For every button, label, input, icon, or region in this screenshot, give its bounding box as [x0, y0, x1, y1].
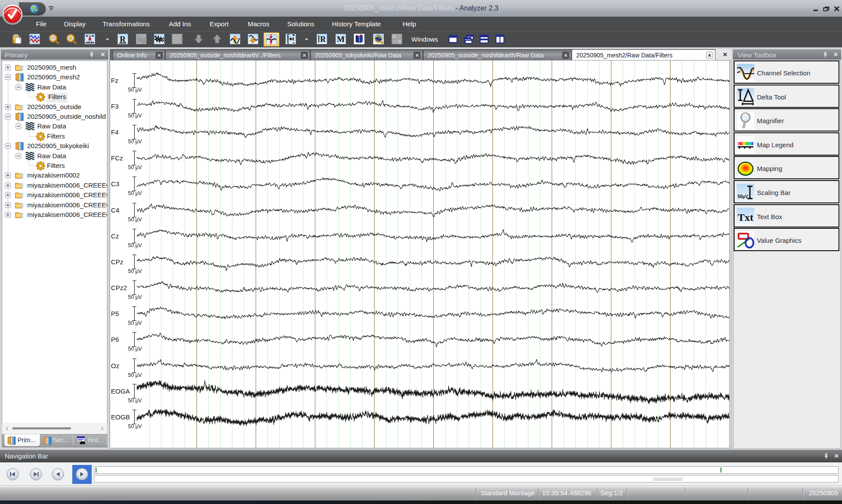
svg-text:Sg: Sg [137, 35, 146, 43]
svg-text:M: M [337, 35, 345, 44]
svg-text:50µV: 50µV [738, 194, 748, 199]
svg-text:R: R [320, 35, 326, 44]
svg-text:R: R [120, 35, 126, 44]
svg-text:Txt: Txt [738, 212, 753, 223]
